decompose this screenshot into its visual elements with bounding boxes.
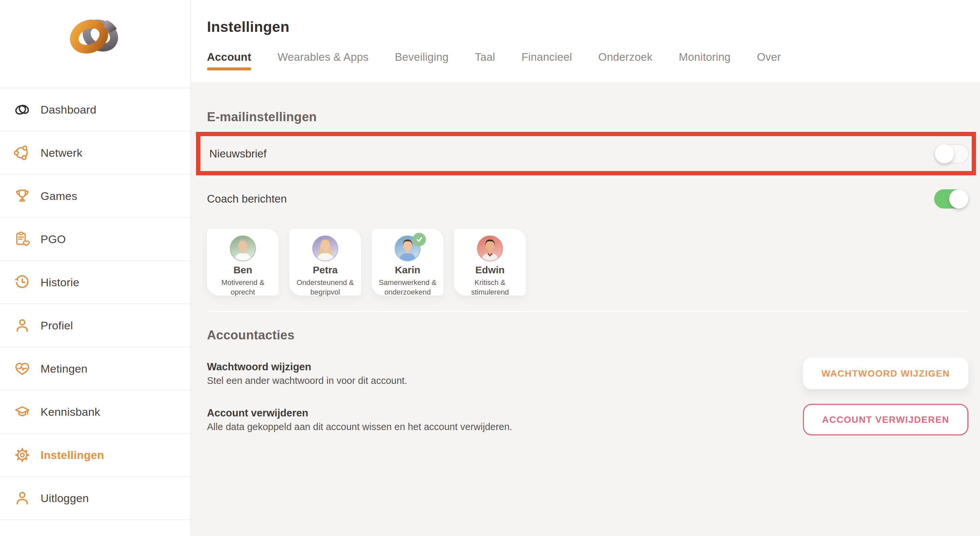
sidebar-item-dashboard[interactable]: Dashboard [0, 88, 190, 132]
toggle-knob [949, 189, 968, 208]
user-icon [14, 317, 30, 334]
tab-beveiliging[interactable]: Beveiliging [395, 51, 449, 64]
tab-label: Financieel [522, 51, 572, 63]
sidebar-item-metingen[interactable]: Metingen [0, 347, 190, 391]
selected-check-icon [413, 233, 426, 246]
knot-logo-icon [68, 12, 123, 62]
delete-account-description: Alle data gekoppeld aan dit account wiss… [207, 421, 512, 433]
change-password-button[interactable]: WACHTWOORD WIJZIGEN [803, 358, 968, 389]
tab-onderzoek[interactable]: Onderzoek [598, 51, 652, 64]
sidebar-item-label: Games [41, 189, 77, 203]
coach-card-petra[interactable]: Petra Ondersteunend & begripvol [290, 229, 361, 296]
email-settings-heading: E-mailinstellingen [207, 110, 968, 124]
history-icon [14, 274, 30, 291]
newsletter-setting-row: Nieuwsbrief [200, 136, 972, 171]
sidebar-item-label: Kennisbank [41, 406, 100, 418]
sidebar-item-label: Dashboard [41, 103, 96, 116]
sidebar-item-historie[interactable]: Historie [0, 261, 190, 304]
tab-label: Wearables & Apps [277, 51, 368, 63]
sidebar-item-netwerk[interactable]: Netwerk [0, 132, 190, 175]
app-logo [0, 0, 190, 88]
coach-messages-label: Coach berichten [207, 192, 287, 205]
sidebar-item-label: PGO [41, 233, 66, 246]
account-actions-heading: Accountacties [207, 328, 968, 342]
sidebar-item-label: Historie [41, 276, 80, 289]
gear-icon [14, 447, 30, 463]
change-password-row: Wachtwoord wijzigen Stel een ander wacht… [207, 358, 968, 389]
sidebar-item-uitloggen[interactable]: Uitloggen [0, 477, 190, 520]
user-icon [14, 490, 30, 506]
tab-monitoring[interactable]: Monitoring [679, 51, 730, 64]
sidebar-item-kennisbank[interactable]: Kennisbank [0, 391, 190, 434]
network-icon [14, 145, 30, 161]
newsletter-label: Nieuwsbrief [209, 148, 266, 160]
clipboard-heart-icon [14, 231, 30, 247]
delete-account-title: Account verwijderen [207, 407, 512, 419]
red-highlight-annotation [196, 132, 976, 175]
coach-traits: Samenwerkend & onderzoekend [379, 278, 437, 297]
sidebar-item-label: Profiel [41, 319, 73, 332]
heart-pulse-icon [14, 360, 30, 377]
sidebar-item-label: Uitloggen [41, 492, 89, 505]
tab-taal[interactable]: Taal [475, 51, 495, 64]
graduation-cap-icon [14, 404, 30, 420]
change-password-description: Stel een ander wachtwoord in voor dit ac… [207, 375, 407, 386]
active-tab-underline [207, 67, 251, 70]
sidebar-item-instellingen[interactable]: Instellingen [0, 434, 190, 477]
coach-avatar [312, 235, 338, 261]
coach-messages-toggle[interactable] [934, 189, 968, 208]
row-divider [207, 177, 968, 178]
coach-traits: Kritisch & stimulerend [461, 278, 519, 297]
coach-traits: Motiverend & oprecht [213, 278, 272, 297]
coach-name: Ben [207, 264, 279, 276]
tab-label: Monitoring [679, 51, 730, 63]
sidebar-item-label: Instellingen [41, 449, 104, 461]
sidebar-nav: Dashboard Netwerk Games PGO Historie Pro… [0, 88, 190, 520]
coach-traits: Ondersteunend & begripvol [296, 278, 355, 297]
page-header: Instellingen Account Wearables & Apps Be… [191, 0, 980, 82]
change-password-title: Wachtwoord wijzigen [207, 361, 407, 373]
sidebar-item-profiel[interactable]: Profiel [0, 304, 190, 347]
delete-account-button[interactable]: ACCOUNT VERWIJDEREN [803, 404, 968, 435]
coach-avatar [230, 235, 256, 261]
settings-content: E-mailinstellingen Nieuwsbrief Coach ber… [191, 82, 980, 536]
tab-label: Account [207, 51, 251, 63]
tab-label: Taal [475, 51, 495, 63]
delete-account-row: Account verwijderen Alle data gekoppeld … [207, 404, 968, 435]
coach-name: Petra [290, 264, 361, 276]
trophy-icon [14, 188, 30, 204]
tab-label: Over [757, 51, 781, 63]
tab-financieel[interactable]: Financieel [522, 51, 572, 64]
coach-name: Karin [372, 264, 444, 276]
coach-card-list: Ben Motiverend & oprecht Petra Ondersteu… [207, 229, 968, 296]
coach-card-ben[interactable]: Ben Motiverend & oprecht [207, 229, 279, 296]
sidebar-item-label: Metingen [41, 362, 88, 375]
coach-name: Edwin [454, 264, 526, 276]
sidebar-item-pgo[interactable]: PGO [0, 218, 190, 261]
settings-tabs: Account Wearables & Apps Beveiliging Taa… [207, 51, 980, 70]
newsletter-toggle[interactable] [935, 144, 969, 164]
sidebar: Dashboard Netwerk Games PGO Historie Pro… [0, 0, 191, 536]
tab-over[interactable]: Over [757, 51, 781, 64]
delete-account-text: Account verwijderen Alle data gekoppeld … [207, 407, 512, 433]
coach-card-karin[interactable]: Karin Samenwerkend & onderzoekend [372, 229, 444, 296]
main-area: Instellingen Account Wearables & Apps Be… [191, 0, 980, 536]
coach-card-edwin[interactable]: Edwin Kritisch & stimulerend [454, 229, 526, 296]
toggle-knob [935, 144, 954, 164]
sidebar-item-label: Netwerk [41, 146, 83, 159]
change-password-text: Wachtwoord wijzigen Stel een ander wacht… [207, 361, 407, 386]
coach-avatar [477, 235, 503, 261]
page-title: Instellingen [207, 0, 980, 35]
tab-account[interactable]: Account [207, 51, 251, 70]
tab-label: Onderzoek [598, 51, 652, 63]
section-divider [207, 311, 968, 312]
coach-messages-setting-row: Coach berichten [207, 182, 968, 216]
dashboard-icon [14, 101, 30, 118]
tab-label: Beveiliging [395, 51, 449, 63]
tab-wearables-apps[interactable]: Wearables & Apps [277, 51, 368, 64]
sidebar-item-games[interactable]: Games [0, 175, 190, 218]
